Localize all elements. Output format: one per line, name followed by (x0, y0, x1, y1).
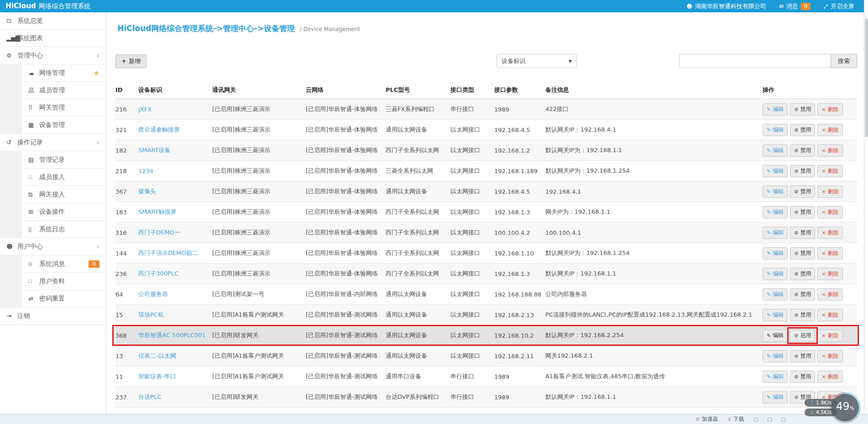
device-link[interactable]: 摄像头 (138, 188, 156, 195)
delete-button[interactable]: ×删除 (817, 144, 842, 157)
scrollbar-track[interactable] (864, 0, 868, 414)
disable-button[interactable]: ⊘禁用 (790, 371, 815, 383)
sidebar-item-operation-log[interactable]: ↺操作记录› (0, 134, 106, 151)
sidebar-item-admin-log[interactable]: ▤管理记录 (0, 151, 106, 169)
sidebar-item-user-profile[interactable]: ∷用户资料 (0, 273, 106, 290)
fullscreen-button[interactable]: ⤢ 开启全屏 (823, 2, 854, 11)
edit-button[interactable]: ✎编辑 (763, 371, 788, 383)
sidebar-item-label: 用户中心 (17, 243, 43, 251)
scrollbar-thumb[interactable] (865, 18, 868, 137)
edit-button[interactable]: ✎编辑 (763, 391, 788, 403)
delete-button[interactable]: ×删除 (817, 227, 842, 239)
delete-button[interactable]: ×删除 (817, 103, 842, 116)
edit-button[interactable]: ✎编辑 (763, 247, 788, 260)
sidebar-item-system-charts[interactable]: ▂▅▇系统图表 (0, 30, 106, 47)
delete-button[interactable]: ×删除 (817, 124, 842, 136)
edit-button[interactable]: ✎编辑 (763, 350, 788, 362)
disable-button[interactable]: ⊘禁用 (790, 103, 815, 116)
sidebar-item-password-reset[interactable]: ⇄密码重置 (0, 290, 106, 307)
up-arrow-icon: ↑ (810, 400, 814, 406)
messages-button[interactable]: ✉ 消息 0 (779, 2, 811, 11)
sidebar-item-member-mgmt[interactable]: 品成员管理 (0, 82, 106, 99)
device-link[interactable]: 华辰智通AC 500PLC001 (138, 332, 206, 339)
sidebar-item-system-overview[interactable]: ⊡系统总览 (0, 12, 106, 30)
disable-button[interactable]: ⊘禁用 (790, 227, 815, 239)
disable-button[interactable]: ⊘禁用 (790, 350, 815, 362)
disable-button[interactable]: ⊘禁用 (790, 124, 815, 136)
disable-button[interactable]: ⊘禁用 (790, 206, 815, 218)
delete-button[interactable]: ×删除 (817, 268, 842, 280)
enable-button[interactable]: ⊘启用 (790, 329, 815, 342)
users-icon: ☻ (6, 243, 17, 250)
delete-button[interactable]: ×删除 (817, 309, 842, 321)
device-link[interactable]: 1234 (138, 168, 153, 175)
device-link[interactable]: SMART设备 (138, 147, 170, 154)
edit-button[interactable]: ✎编辑 (763, 288, 788, 301)
edit-button[interactable]: ✎编辑 (763, 206, 788, 218)
net-speed-widget[interactable]: ↑ 1.9K/s ↓ 4.5K/s 49 % (805, 392, 861, 423)
device-link[interactable]: 西门子DEMO一 (138, 229, 180, 236)
disable-button[interactable]: ⊘禁用 (790, 247, 815, 260)
company-account[interactable]: ☻ 湖南华辰智通科技有限公司 (686, 2, 766, 11)
sidebar-item-gateway-access[interactable]: ⧉网关接入 (0, 186, 106, 203)
disable-button[interactable]: ⊘禁用 (790, 165, 815, 177)
edit-button[interactable]: ✎编辑 (763, 124, 788, 136)
sidebar-item-system-messages[interactable]: ⍾系统消息0 (0, 255, 106, 273)
delete-label: 删除 (828, 147, 839, 154)
edit-button[interactable]: ✎编辑 (763, 268, 788, 280)
edit-button[interactable]: ✎编辑 (763, 227, 788, 239)
edit-button[interactable]: ✎编辑 (763, 329, 788, 342)
delete-button[interactable]: ×删除 (817, 206, 842, 218)
delete-button[interactable]: ×删除 (817, 371, 842, 383)
device-link[interactable]: 西门子300PLC (138, 270, 178, 277)
sidebar-item-admin-center[interactable]: ⚙管理中心› (0, 47, 106, 64)
sidebar-item-user-center[interactable]: ☻用户中心› (0, 238, 106, 255)
edit-button[interactable]: ✎编辑 (763, 103, 788, 116)
delete-button[interactable]: ×删除 (817, 350, 842, 362)
device-link[interactable]: 公司服务器 (138, 291, 168, 297)
accelerator-item[interactable]: ⊙加速器 (695, 415, 718, 423)
bottombar-icon-1[interactable]: ▢ (767, 416, 772, 422)
cell-gateway: [已启用]株洲三菱演示 (212, 270, 306, 278)
sidebar-item-network-mgmt[interactable]: ☁网络管理★ (0, 64, 106, 82)
envelope-icon: ✉ (779, 3, 784, 10)
device-link[interactable]: 仪表二-以太网 (138, 352, 176, 359)
bottombar-icon-0[interactable]: ▢ (753, 416, 758, 422)
cell-cloud-network: [已启用]华辰智通-测试网络 (306, 311, 386, 319)
device-link[interactable]: 现场PC机 (138, 311, 164, 318)
device-link[interactable]: 西门子演示DEMO箱二 (138, 249, 198, 256)
download-item[interactable]: ⇩下载 (727, 415, 744, 423)
delete-button[interactable]: ×删除 (817, 288, 842, 301)
sidebar-item-system-log[interactable]: ▯系统日志 (0, 221, 106, 238)
sidebar-item-device-mgmt[interactable]: ▦设备管理 (0, 117, 106, 134)
bottombar-icon-2[interactable]: ▢ (781, 416, 786, 422)
disable-button[interactable]: ⊘禁用 (790, 144, 815, 157)
edit-button[interactable]: ✎编辑 (763, 165, 788, 177)
disable-button[interactable]: ⊘禁用 (790, 186, 815, 198)
delete-button[interactable]: ×删除 (817, 165, 842, 177)
edit-button[interactable]: ✎编辑 (763, 144, 788, 157)
sidebar-item-logout[interactable]: ⇥注销 (0, 307, 106, 325)
device-link[interactable]: JXFX (138, 106, 152, 113)
delete-button[interactable]: ×删除 (817, 186, 842, 198)
delete-button[interactable]: ×删除 (817, 247, 842, 260)
add-device-button[interactable]: + 新增 (115, 54, 146, 68)
edit-button[interactable]: ✎编辑 (763, 186, 788, 198)
sidebar-item-device-operation[interactable]: ⊞设备操作 (0, 203, 106, 221)
edit-button[interactable]: ✎编辑 (763, 309, 788, 321)
sidebar-item-member-access[interactable]: ∴成员接入 (0, 169, 106, 186)
delete-button[interactable]: ×删除 (817, 329, 842, 342)
disable-button[interactable]: ⊘禁用 (790, 288, 815, 301)
disable-button[interactable]: ⊘禁用 (790, 309, 815, 321)
delete-label: 删除 (828, 270, 839, 278)
search-button[interactable]: 搜索 (831, 54, 857, 68)
cell-interface-param: 1989 (494, 373, 545, 380)
device-link[interactable]: SMART触摸屏 (138, 208, 176, 215)
sidebar-item-gateway-mgmt[interactable]: ⠿网关管理 (0, 99, 106, 117)
disable-button[interactable]: ⊘禁用 (790, 268, 815, 280)
device-link[interactable]: 昆仑通泰触摸屏 (138, 126, 180, 133)
device-link[interactable]: 台达PLC (138, 393, 161, 400)
search-input[interactable] (679, 54, 831, 68)
filter-dropdown[interactable]: 设备标识 ▼ (497, 54, 577, 68)
device-link[interactable]: 智能仪表-串口 (138, 373, 176, 380)
